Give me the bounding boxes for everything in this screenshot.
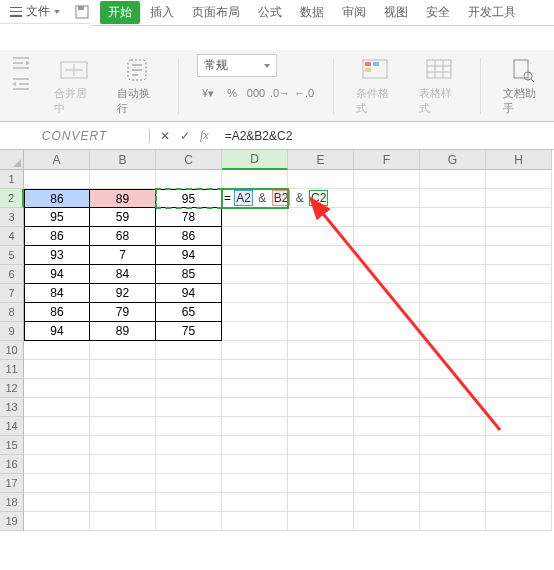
cell[interactable]	[288, 474, 354, 493]
cell[interactable]	[486, 189, 552, 208]
tab-dev[interactable]: 开发工具	[460, 0, 524, 25]
cell[interactable]	[90, 379, 156, 398]
table-style-group[interactable]: 表格样式	[415, 54, 462, 118]
cell[interactable]	[222, 170, 288, 189]
decimal-inc-icon[interactable]: .0→	[269, 83, 291, 103]
cell[interactable]	[90, 170, 156, 189]
col-header[interactable]: G	[420, 150, 486, 170]
wrap-group[interactable]: 自动换行	[113, 54, 160, 118]
cell[interactable]	[288, 455, 354, 474]
cell[interactable]	[420, 474, 486, 493]
cell[interactable]: 85	[156, 265, 222, 284]
cell[interactable]	[90, 512, 156, 531]
cell[interactable]: 75	[156, 322, 222, 341]
cell[interactable]: 86	[24, 227, 90, 246]
cell[interactable]	[156, 341, 222, 360]
cell[interactable]	[156, 436, 222, 455]
cell[interactable]	[354, 265, 420, 284]
cell[interactable]	[354, 417, 420, 436]
cell[interactable]	[354, 436, 420, 455]
cell[interactable]: 93	[24, 246, 90, 265]
row-header[interactable]: 13	[0, 398, 24, 417]
cell[interactable]	[222, 322, 288, 341]
cell[interactable]	[486, 208, 552, 227]
cell[interactable]	[354, 170, 420, 189]
cell[interactable]	[354, 284, 420, 303]
cell[interactable]	[486, 341, 552, 360]
cell[interactable]	[90, 398, 156, 417]
app-menu-button[interactable]: 文件	[4, 1, 66, 22]
row-header[interactable]: 10	[0, 341, 24, 360]
cell[interactable]	[288, 284, 354, 303]
cell[interactable]	[354, 379, 420, 398]
cell[interactable]	[486, 398, 552, 417]
cell[interactable]	[420, 341, 486, 360]
cell[interactable]	[420, 189, 486, 208]
cell[interactable]	[90, 493, 156, 512]
percent-icon[interactable]: %	[221, 83, 243, 103]
decimal-dec-icon[interactable]: ←.0	[293, 83, 315, 103]
select-all-corner[interactable]	[0, 150, 24, 170]
doc-helper-group[interactable]: 文档助手	[499, 54, 546, 118]
active-cell[interactable]: = A2 & B2 & C2	[222, 189, 288, 208]
cancel-icon[interactable]: ✕	[160, 129, 170, 143]
cell[interactable]	[354, 303, 420, 322]
tab-view[interactable]: 视图	[376, 0, 416, 25]
cell[interactable]	[288, 246, 354, 265]
cell[interactable]	[24, 360, 90, 379]
cell[interactable]	[156, 493, 222, 512]
cell[interactable]: 89	[90, 189, 156, 208]
cell[interactable]	[222, 227, 288, 246]
cell[interactable]	[156, 512, 222, 531]
cell[interactable]	[24, 170, 90, 189]
cell[interactable]	[222, 265, 288, 284]
cell[interactable]	[354, 398, 420, 417]
name-box[interactable]: CONVERT	[0, 129, 150, 143]
cell[interactable]: 86	[24, 189, 90, 208]
merge-group[interactable]: 合并居中	[50, 54, 97, 118]
cell[interactable]	[486, 436, 552, 455]
cell[interactable]	[222, 284, 288, 303]
cell[interactable]: 84	[24, 284, 90, 303]
cell[interactable]: 68	[90, 227, 156, 246]
cell[interactable]	[90, 436, 156, 455]
cell[interactable]	[420, 512, 486, 531]
row-header[interactable]: 16	[0, 455, 24, 474]
cell[interactable]: 95	[24, 208, 90, 227]
cell[interactable]	[156, 398, 222, 417]
cell[interactable]	[288, 341, 354, 360]
col-header[interactable]: C	[156, 150, 222, 170]
cell[interactable]	[420, 493, 486, 512]
cell[interactable]	[288, 512, 354, 531]
row-header[interactable]: 18	[0, 493, 24, 512]
cell[interactable]: 89	[90, 322, 156, 341]
tab-insert[interactable]: 插入	[142, 0, 182, 25]
cell[interactable]	[222, 493, 288, 512]
cell[interactable]	[24, 379, 90, 398]
cell[interactable]	[222, 512, 288, 531]
cell[interactable]	[486, 246, 552, 265]
cell[interactable]	[354, 493, 420, 512]
cell[interactable]	[486, 170, 552, 189]
row-header[interactable]: 7	[0, 284, 24, 303]
row-header[interactable]: 9	[0, 322, 24, 341]
cell[interactable]	[354, 246, 420, 265]
cell[interactable]	[486, 474, 552, 493]
cell[interactable]	[420, 246, 486, 265]
cell[interactable]	[90, 341, 156, 360]
row-header[interactable]: 5	[0, 246, 24, 265]
cell[interactable]	[354, 189, 420, 208]
cell[interactable]	[354, 322, 420, 341]
cell[interactable]	[156, 170, 222, 189]
cell[interactable]	[486, 417, 552, 436]
row-header[interactable]: 1	[0, 170, 24, 189]
cell[interactable]: 86	[24, 303, 90, 322]
cell[interactable]	[420, 398, 486, 417]
cell[interactable]	[222, 246, 288, 265]
cell[interactable]	[90, 417, 156, 436]
row-header[interactable]: 17	[0, 474, 24, 493]
number-format-select[interactable]: 常规	[197, 54, 277, 77]
row-header[interactable]: 19	[0, 512, 24, 531]
tab-layout[interactable]: 页面布局	[184, 0, 248, 25]
row-header[interactable]: 8	[0, 303, 24, 322]
